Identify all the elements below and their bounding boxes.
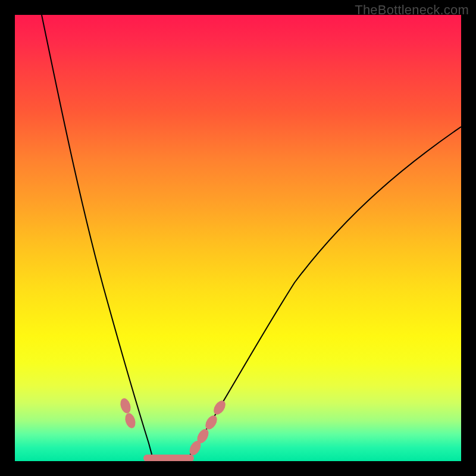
marker-left-2 <box>123 412 137 430</box>
watermark-text: TheBottleneck.com <box>355 2 469 18</box>
plot-area <box>15 15 461 461</box>
marker-left-1 <box>118 397 132 415</box>
marker-right-4 <box>211 399 228 417</box>
right-curve <box>187 127 461 459</box>
curve-layer <box>15 15 461 461</box>
left-curve <box>42 15 153 459</box>
marker-right-3 <box>203 414 219 432</box>
chart-frame: TheBottleneck.com <box>0 0 476 476</box>
